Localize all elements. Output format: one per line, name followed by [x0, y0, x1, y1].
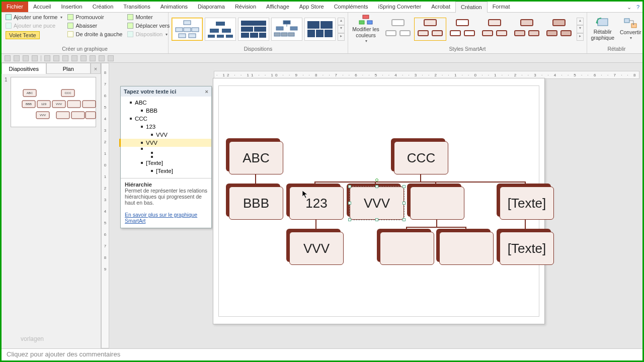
svg-rect-33 — [598, 19, 608, 26]
style-gallery-scroll[interactable]: ▴▾▸ — [577, 18, 584, 41]
tab-révision[interactable]: Révision — [230, 2, 261, 12]
style-option-1[interactable] — [383, 19, 413, 39]
tab-transitions[interactable]: Transitions — [118, 2, 155, 12]
tab-accueil[interactable]: Accueil — [28, 2, 56, 12]
tab-création[interactable]: Création — [455, 2, 488, 13]
qat-icon[interactable] — [23, 55, 29, 61]
tab-animations[interactable]: Animations — [155, 2, 193, 12]
svg-rect-14 — [254, 27, 266, 32]
smartart-node[interactable]: [Texte] — [500, 232, 554, 265]
tab-app-store[interactable]: App Store — [294, 2, 329, 12]
style-option-4[interactable] — [480, 19, 509, 39]
smartart-node[interactable]: BBB — [229, 187, 283, 220]
tab-compléments[interactable]: Compléments — [329, 2, 373, 12]
svg-rect-13 — [241, 27, 253, 32]
svg-rect-22 — [274, 33, 280, 36]
svg-rect-17 — [259, 33, 266, 38]
svg-text:VVV: VVV — [56, 103, 62, 106]
layout-gallery-scroll[interactable]: ▴▾▸ — [338, 18, 345, 41]
smartart-text-pane[interactable]: Tapez votre texte ici× ABCBBBCCC123VVVVV… — [120, 86, 212, 228]
layout-option-4[interactable] — [271, 18, 302, 41]
layout-option-5[interactable] — [304, 18, 336, 41]
svg-rect-5 — [189, 34, 196, 38]
smartart-node[interactable]: VVV — [289, 232, 344, 265]
close-pane-icon[interactable]: × — [91, 63, 101, 74]
qat-icon[interactable] — [44, 55, 50, 61]
text-pane-item[interactable]: ABC — [121, 99, 211, 107]
group-dispositions: ▴▾▸ Dispositions — [169, 13, 348, 53]
svg-rect-47 — [71, 112, 85, 119]
svg-text:VVV: VVV — [40, 114, 46, 117]
smartart-node[interactable] — [380, 232, 434, 265]
smartart-node[interactable]: ABC — [229, 141, 283, 174]
close-icon[interactable]: × — [205, 88, 208, 95]
svg-rect-6 — [216, 22, 225, 26]
text-pane-item[interactable]: 123 — [121, 123, 211, 131]
svg-text:BBB: BBB — [26, 103, 32, 106]
demote-button[interactable]: Abaisser — [66, 22, 123, 29]
smartart-frame[interactable]: ABCCCCBBB123VVV[Texte]VVV[Texte] — [218, 85, 539, 317]
learn-more-link[interactable]: En savoir plus sur le graphique SmartArt — [125, 212, 197, 224]
modify-colors-button[interactable]: Modifier les couleurs▾ — [351, 15, 380, 44]
tab-ispring-converter[interactable]: iSpring Converter — [373, 2, 427, 12]
style-option-2[interactable] — [416, 19, 445, 39]
text-pane-item[interactable]: BBB — [121, 107, 211, 115]
layout-option-1[interactable] — [172, 18, 203, 41]
style-option-6[interactable] — [544, 19, 574, 39]
text-pane-item[interactable]: VVV — [121, 131, 211, 139]
tab-insertion[interactable]: Insertion — [56, 2, 87, 12]
smartart-node[interactable]: [Texte] — [500, 187, 554, 220]
qat-icon[interactable] — [32, 55, 38, 61]
add-shape-button[interactable]: Ajouter une forme▾ — [5, 14, 63, 21]
layout-option-3[interactable] — [238, 18, 269, 41]
promote-button[interactable]: Promouvoir — [66, 14, 123, 21]
tab-file[interactable]: Fichier — [2, 2, 28, 12]
svg-rect-15 — [241, 33, 249, 38]
svg-rect-0 — [184, 21, 191, 25]
smartart-node[interactable]: VVV — [350, 187, 404, 220]
text-pane-item[interactable]: CCC — [121, 115, 211, 123]
text-pane-item[interactable]: [Texte] — [121, 159, 211, 167]
text-pane-item[interactable] — [121, 147, 211, 151]
tab-acrobat[interactable]: Acrobat — [426, 2, 455, 12]
notes-placeholder[interactable]: Cliquez pour ajouter des commentaires — [2, 348, 642, 360]
slide-canvas[interactable]: ABCCCCBBB123VVV[Texte]VVV[Texte] — [213, 78, 545, 324]
layout-option-2[interactable] — [205, 18, 236, 41]
qat-icon[interactable] — [62, 55, 68, 61]
tab-slides[interactable]: Diapositives — [2, 63, 46, 74]
qat-icon[interactable] — [80, 55, 87, 61]
svg-rect-27 — [307, 30, 315, 37]
tab-création[interactable]: Création — [88, 2, 119, 12]
qat-icon[interactable] — [99, 55, 105, 61]
smartart-node[interactable]: 123 — [289, 187, 344, 220]
qat-icon[interactable] — [5, 55, 11, 61]
slide-thumbnail[interactable]: ABCCCC BBB123VVV VVV — [11, 77, 96, 127]
rtl-button[interactable]: De droite à gauche — [66, 31, 123, 38]
tab-outline[interactable]: Plan — [46, 63, 91, 74]
text-pane-item[interactable] — [121, 155, 211, 159]
ribbon-minimize-icon[interactable]: ⌄ — [624, 2, 633, 12]
text-pane-item[interactable] — [121, 151, 211, 155]
svg-rect-44 — [83, 101, 96, 108]
qat-icon[interactable] — [14, 55, 20, 61]
qat-icon[interactable] — [90, 55, 96, 61]
text-pane-item[interactable]: VVV — [119, 139, 211, 147]
tab-format[interactable]: Format — [488, 2, 515, 12]
text-pane-item[interactable]: [Texte] — [121, 167, 211, 175]
style-option-5[interactable] — [512, 19, 541, 39]
convert-button[interactable]: Convertir▾ — [618, 18, 643, 41]
tab-affichage[interactable]: Affichage — [261, 2, 294, 12]
svg-text:123: 123 — [41, 103, 47, 106]
qat-icon[interactable] — [108, 55, 114, 61]
tab-diaporama[interactable]: Diaporama — [193, 2, 230, 12]
svg-rect-2 — [184, 28, 191, 32]
style-option-3[interactable] — [448, 19, 477, 39]
smartart-node[interactable] — [410, 187, 464, 220]
qat-icon[interactable] — [53, 55, 59, 61]
smartart-node[interactable]: CCC — [394, 141, 448, 174]
help-icon[interactable]: ? — [633, 2, 642, 12]
qat-icon[interactable] — [71, 55, 77, 61]
text-pane-toggle[interactable]: Volet Texte — [5, 31, 63, 40]
smartart-node[interactable] — [439, 232, 494, 265]
reset-graphic-button[interactable]: Rétablir graphique — [590, 17, 615, 41]
